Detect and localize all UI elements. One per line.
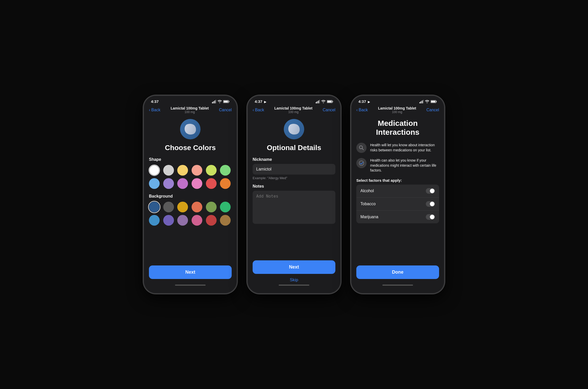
bottom-area-2: Next Skip [248,256,340,293]
location-icon-3: ▶ [368,100,370,103]
nav-title-1: Lamictal 100mg Tablet 100 mg [160,106,219,114]
skip-button[interactable]: Skip [253,277,335,283]
chevron-back-icon-2: ‹ [253,108,254,112]
bg-color-grid [149,202,232,226]
back-button-2[interactable]: ‹ Back [253,108,264,112]
status-icons-1 [212,100,230,103]
shape-color-7[interactable] [163,178,174,189]
home-indicator-1 [175,285,206,286]
battery-icon [223,100,230,103]
home-indicator-3 [382,285,413,286]
location-icon-2: ▶ [264,100,266,103]
status-bar-2: 4:37 ▶ [248,96,340,105]
factor-toggle-1[interactable] [426,201,435,207]
shape-color-0[interactable] [149,165,160,176]
next-button-2[interactable]: Next [253,260,335,274]
wifi-icon [218,100,222,103]
interaction-text-1: Health will let you know about interacti… [370,143,439,153]
factor-toggle-0[interactable] [426,188,435,194]
chevron-back-icon-3: ‹ [356,108,358,112]
bg-color-7[interactable] [163,215,174,226]
bg-color-5[interactable] [220,202,231,212]
bg-color-8[interactable] [177,215,188,226]
bg-color-10[interactable] [206,215,217,226]
magnify-icon [356,143,367,153]
bg-color-9[interactable] [192,215,202,226]
svg-rect-7 [436,101,437,102]
notes-input[interactable] [253,191,335,224]
bg-color-4[interactable] [206,202,217,212]
shape-color-5[interactable] [220,165,231,176]
screen-2-content: Optional Details Nickname Example: "Alle… [248,116,340,256]
bg-color-0[interactable] [149,202,160,212]
nav-title-2: Lamictal 100mg Tablet 100 mg [264,106,323,114]
svg-rect-1 [229,101,229,102]
bg-color-3[interactable] [192,202,202,212]
signal-icon-3 [419,100,424,103]
battery-icon-2 [327,100,333,103]
shape-label: Shape [149,157,232,162]
bottom-area-3: Done [351,261,444,293]
status-icons-2 [316,100,334,103]
shape-color-4[interactable] [206,165,217,176]
shape-color-grid [149,165,232,189]
signal-icon-2 [316,100,320,103]
shape-color-9[interactable] [192,178,202,189]
status-bar-3: 4:37 ▶ [351,96,444,105]
phone-1: 4:37 ‹ Back Lamictal 100mg Tablet [143,95,238,294]
home-indicator-2 [279,285,309,286]
shape-color-11[interactable] [220,178,231,189]
cancel-button-1[interactable]: Cancel [219,108,232,112]
next-button-1[interactable]: Next [149,265,232,279]
status-bar-1: 4:37 [144,96,237,105]
phone-2: 4:37 ▶ ‹ Back Lamictal 10 [247,95,341,294]
interaction-text-2: Health can also let you know if your med… [370,158,439,173]
back-button-1[interactable]: ‹ Back [149,108,160,112]
svg-rect-8 [431,101,436,102]
shape-color-3[interactable] [192,165,202,176]
pill-icon-2 [253,119,335,139]
svg-line-10 [362,149,364,150]
screen-heading-1: Choose Colors [149,143,232,152]
bg-color-1[interactable] [163,202,174,212]
bg-color-6[interactable] [149,215,160,226]
check-circle-icon [356,158,367,168]
factor-name-2: Marijuana [360,215,378,219]
screen-1-content: Choose Colors Shape Background [144,116,237,261]
background-label: Background [149,194,232,199]
wifi-icon-3 [425,100,429,103]
nav-bar-1: ‹ Back Lamictal 100mg Tablet 100 mg Canc… [144,105,237,116]
nav-bar-3: ‹ Back Lamictal 100mg Tablet 100 mg Canc… [351,105,444,116]
pill-icon-1 [149,119,232,139]
factor-name-1: Tobacco [360,202,376,206]
shape-color-2[interactable] [177,165,188,176]
factors-list: Alcohol Tobacco Marijuana [356,185,439,223]
back-button-3[interactable]: ‹ Back [356,108,368,112]
interactions-heading: MedicationInteractions [356,119,439,137]
bottom-area-1: Next [144,261,237,293]
factor-row-1: Tobacco [356,198,439,211]
screen-3-content: MedicationInteractions Health will let y… [351,116,444,261]
screen-heading-2: Optional Details [253,143,335,152]
shape-color-6[interactable] [149,178,160,189]
bg-color-11[interactable] [220,215,231,226]
factor-name-0: Alcohol [360,189,374,193]
factor-toggle-2[interactable] [426,214,435,220]
time-1: 4:37 [151,99,159,104]
cancel-button-3[interactable]: Cancel [426,108,439,112]
done-button[interactable]: Done [356,265,439,279]
battery-icon-3 [431,100,437,103]
bg-color-2[interactable] [177,202,188,212]
shape-color-1[interactable] [163,165,174,176]
svg-point-11 [359,161,364,165]
notes-label: Notes [253,184,335,189]
shape-color-10[interactable] [206,178,217,189]
chevron-back-icon: ‹ [149,108,150,112]
nickname-input[interactable] [253,164,335,175]
time-2: 4:37 ▶ [255,99,266,104]
shape-color-8[interactable] [177,178,188,189]
interaction-item-2: Health can also let you know if your med… [356,158,439,173]
status-icons-3 [419,100,437,103]
factor-row-0: Alcohol [356,185,439,198]
cancel-button-2[interactable]: Cancel [323,108,335,112]
